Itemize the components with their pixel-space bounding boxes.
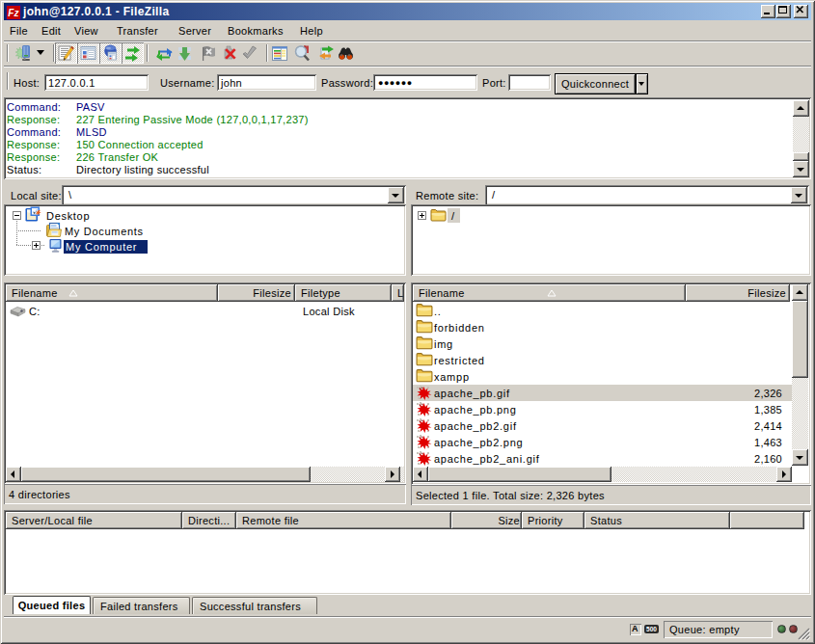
svg-text:Fz: Fz	[8, 8, 19, 18]
